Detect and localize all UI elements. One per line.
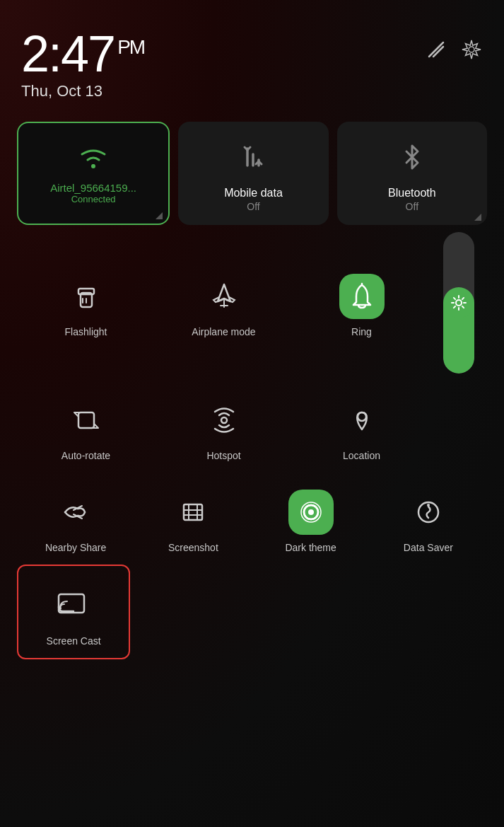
flashlight-tile[interactable]: Flashlight xyxy=(17,225,155,381)
airplane-label: Airplane mode xyxy=(192,326,255,337)
nearby-share-icon xyxy=(53,490,98,535)
svg-point-45 xyxy=(59,607,61,610)
mobile-data-icon xyxy=(230,134,276,180)
wifi-tile[interactable]: Airtel_95664159... Connected xyxy=(17,122,170,225)
mobile-data-label: Mobile data xyxy=(224,187,283,199)
svg-point-4 xyxy=(91,164,95,168)
screenshot-label: Screenshot xyxy=(168,542,218,553)
wifi-expand-arrow xyxy=(156,212,163,219)
svg-line-27 xyxy=(454,306,455,308)
svg-point-39 xyxy=(308,509,314,515)
svg-point-43 xyxy=(427,504,430,507)
ampm-value: PM xyxy=(117,36,144,58)
clock-display: 2:47PM xyxy=(21,28,144,79)
svg-point-3 xyxy=(469,47,474,52)
date-display: Thu, Oct 13 xyxy=(21,82,144,100)
dark-theme-label: Dark theme xyxy=(285,542,336,553)
nearby-share-label: Nearby Share xyxy=(45,542,106,553)
time-value: 2:47 xyxy=(21,25,115,82)
time-section: 2:47PM Thu, Oct 13 xyxy=(21,28,144,100)
row2-spacer xyxy=(430,381,487,473)
bluetooth-status: Off xyxy=(406,201,418,212)
flashlight-icon xyxy=(64,274,109,319)
screen-cast-icon xyxy=(51,583,96,628)
svg-line-24 xyxy=(454,298,455,299)
grid-row-4: Screen Cast xyxy=(0,565,504,659)
edit-icon[interactable] xyxy=(426,40,446,64)
mobile-data-status: Off xyxy=(247,201,259,212)
svg-marker-2 xyxy=(462,40,481,59)
screenshot-tile[interactable]: Screenshot xyxy=(134,473,252,565)
bluetooth-label: Bluetooth xyxy=(388,187,436,199)
grid-row-2: Auto-rotate Hotspot Location xyxy=(0,381,504,473)
ring-icon xyxy=(339,274,385,319)
dark-theme-icon xyxy=(288,490,334,535)
wifi-name: Airtel_95664159... xyxy=(50,182,136,194)
row1-brightness: Flashlight Airplane mode xyxy=(0,225,504,381)
autorotate-tile[interactable]: Auto-rotate xyxy=(17,381,155,473)
autorotate-label: Auto-rotate xyxy=(61,450,110,461)
location-icon xyxy=(339,398,385,443)
svg-line-25 xyxy=(462,306,464,308)
screenshot-icon xyxy=(170,490,216,535)
header: 2:47PM Thu, Oct 13 xyxy=(0,0,504,115)
mobile-data-tile[interactable]: Mobile data Off xyxy=(178,122,328,225)
bluetooth-expand-arrow xyxy=(474,214,481,221)
svg-point-29 xyxy=(221,417,227,423)
brightness-handle xyxy=(443,287,474,318)
hotspot-tile[interactable]: Hotspot xyxy=(155,381,293,473)
brightness-track xyxy=(443,232,474,374)
dark-theme-tile[interactable]: Dark theme xyxy=(252,473,370,565)
location-tile[interactable]: Location xyxy=(293,381,430,473)
ring-label: Ring xyxy=(351,326,372,337)
svg-rect-33 xyxy=(184,504,202,520)
brightness-sun-icon xyxy=(450,294,467,311)
airplane-mode-tile[interactable]: Airplane mode xyxy=(155,225,293,381)
settings-icon[interactable] xyxy=(460,38,483,65)
bluetooth-icon xyxy=(389,134,435,180)
location-label: Location xyxy=(343,450,380,461)
autorotate-icon xyxy=(64,398,109,443)
top-tiles: Airtel_95664159... Connected Mobile data… xyxy=(0,122,504,225)
data-saver-label: Data Saver xyxy=(404,542,453,553)
svg-rect-28 xyxy=(78,412,94,428)
wifi-status: Connected xyxy=(71,194,116,204)
data-saver-icon xyxy=(406,490,451,535)
svg-line-26 xyxy=(462,298,464,299)
svg-point-19 xyxy=(456,300,462,306)
header-icons xyxy=(426,38,483,65)
airplane-icon xyxy=(201,274,247,319)
nearby-share-tile[interactable]: Nearby Share xyxy=(17,473,134,565)
brightness-slider[interactable] xyxy=(430,225,487,381)
flashlight-label: Flashlight xyxy=(65,326,107,337)
ring-tile[interactable]: Ring xyxy=(293,225,430,381)
grid-row-1: Flashlight Airplane mode xyxy=(17,225,430,381)
svg-rect-13 xyxy=(78,289,94,294)
wifi-icon xyxy=(76,143,110,178)
hotspot-label: Hotspot xyxy=(206,450,240,461)
screen-cast-tile[interactable]: Screen Cast xyxy=(17,565,130,659)
grid-row-3: Nearby Share Screenshot Dark theme xyxy=(0,473,504,565)
data-saver-tile[interactable]: Data Saver xyxy=(370,473,487,565)
screen-cast-label: Screen Cast xyxy=(47,635,101,647)
bluetooth-tile[interactable]: Bluetooth Off xyxy=(337,122,487,225)
hotspot-icon xyxy=(201,398,247,443)
